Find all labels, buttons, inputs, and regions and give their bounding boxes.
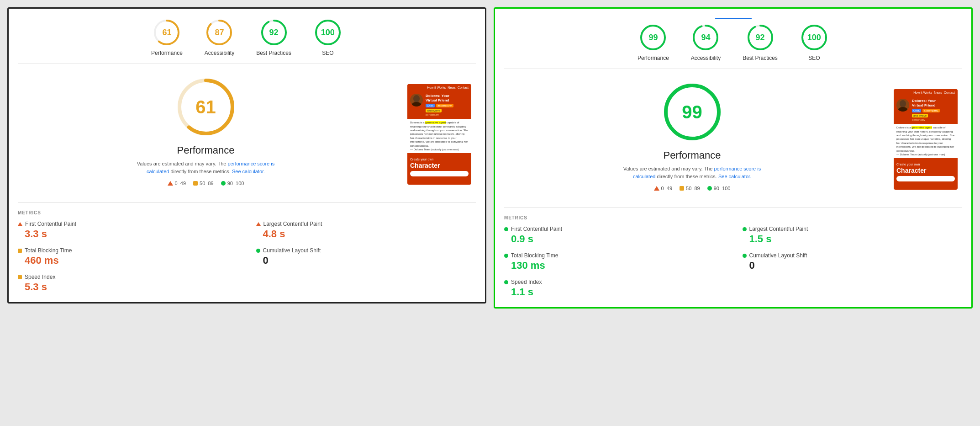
right-metric-tbt-header: Total Blocking Time <box>504 252 724 259</box>
left-thumb-hero: Dolores: YourVirtual Friend Chat, accomp… <box>407 91 471 119</box>
left-metric-fcp-header: First Contentful Paint <box>18 221 238 227</box>
left-lcp-value: 4.8 s <box>256 228 476 240</box>
right-legend-pass-range: 90–100 <box>714 186 731 191</box>
left-circle-seo: 100 <box>313 18 342 47</box>
left-main-content: 61 Performance Values are estimated and … <box>18 75 476 192</box>
right-fcp-label: First Contentful Paint <box>511 226 562 232</box>
right-si-icon <box>504 280 508 284</box>
right-metric-si-header: Speed Index <box>504 279 724 285</box>
left-score-value-accessibility: 87 <box>215 28 224 37</box>
left-thumb-cta: Chat, accompany, and evolve <box>426 104 469 112</box>
right-score-best-practices: 92 Best Practices <box>743 23 778 61</box>
right-thumb-hero: Dolores: YourVirtual Friend Chat, accomp… <box>894 96 958 124</box>
right-circle-best-practices: 92 <box>746 23 775 52</box>
right-thumb-body: Dolores is a generative agent capable of… <box>894 124 958 158</box>
left-si-icon <box>18 275 22 279</box>
left-cls-value: 0 <box>256 255 476 266</box>
left-metrics-section: METRICS First Contentful Paint 3.3 s Lar… <box>18 202 476 293</box>
left-legend-dot-icon <box>221 181 226 186</box>
right-perf-desc: Values are estimated and may vary. The p… <box>619 165 765 180</box>
right-score-value-seo: 100 <box>807 33 821 43</box>
left-thumb-nav: How it Works News Contact <box>407 84 471 91</box>
right-calculator-link[interactable]: See calculator. <box>718 174 751 179</box>
right-tbt-label: Total Blocking Time <box>511 252 558 259</box>
left-lcp-label: Largest Contentful Paint <box>263 221 322 227</box>
left-circle-performance: 61 <box>152 18 181 47</box>
right-lcp-value: 1.5 s <box>743 233 963 245</box>
left-thumb-bottom: Create your own Character <box>407 155 471 179</box>
right-metrics-section: METRICS First Contentful Paint 0.9 s Lar… <box>504 208 962 298</box>
right-score-label-accessibility: Accessibility <box>691 55 721 61</box>
right-big-score-value: 99 <box>682 102 702 122</box>
right-score-seo: 100 SEO <box>800 23 829 61</box>
right-legend-average-range: 50–89 <box>686 186 700 191</box>
left-fcp-label: First Contentful Paint <box>25 221 76 227</box>
right-score-value-best-practices: 92 <box>756 33 765 43</box>
right-panel: 99 Performance 94 Accessibility 92 <box>494 7 973 309</box>
left-cls-icon <box>256 249 260 253</box>
left-calculator-link[interactable]: See calculator. <box>232 169 265 174</box>
right-circle-performance: 99 <box>638 23 668 52</box>
left-score-value-performance: 61 <box>162 28 171 37</box>
right-metric-tbt: Total Blocking Time 130 ms <box>504 252 724 272</box>
left-score-label-best-practices: Best Practices <box>256 50 291 56</box>
right-score-value-performance: 99 <box>648 33 658 43</box>
right-metric-fcp-header: First Contentful Paint <box>504 226 724 232</box>
right-score-label-seo: SEO <box>808 55 820 61</box>
right-thumb-bottom: Create your own Character <box>894 160 958 184</box>
right-thumbnail: How it Works News Contact Dolores: YourV… <box>894 89 958 190</box>
right-perf-section: 99 Performance Values are estimated and … <box>504 80 880 197</box>
left-legend-square-icon <box>193 181 198 186</box>
right-si-value: 1.1 s <box>504 286 724 298</box>
left-metric-lcp-header: Largest Contentful Paint <box>256 221 476 227</box>
left-legend-row: 0–49 50–89 90–100 <box>168 181 244 186</box>
left-metrics-grid: First Contentful Paint 3.3 s Largest Con… <box>18 221 476 293</box>
right-cls-label: Cumulative Layout Shift <box>749 252 807 259</box>
left-metrics-title: METRICS <box>18 210 476 215</box>
right-legend-pass: 90–100 <box>707 186 731 191</box>
left-score-label-seo: SEO <box>322 50 333 56</box>
left-panel: 61 Performance 87 Accessibility 92 <box>7 7 486 304</box>
right-score-performance: 99 Performance <box>638 23 669 61</box>
right-metric-lcp: Largest Contentful Paint 1.5 s <box>743 226 963 245</box>
right-circle-accessibility: 94 <box>691 23 720 52</box>
svg-point-10 <box>413 95 420 102</box>
right-thumb-avatar <box>896 99 909 112</box>
right-score-label-best-practices: Best Practices <box>743 55 778 61</box>
left-metric-cls: Cumulative Layout Shift 0 <box>256 247 476 266</box>
left-score-performance: 61 Performance <box>151 18 183 56</box>
right-cls-value: 0 <box>743 260 963 272</box>
left-metric-tbt: Total Blocking Time 460 ms <box>18 247 238 266</box>
left-thumb-title-block: Dolores: YourVirtual Friend Chat, accomp… <box>426 94 469 116</box>
left-perf-title: Performance <box>177 144 235 156</box>
right-legend-average: 50–89 <box>680 186 700 191</box>
left-score-value-seo: 100 <box>321 28 335 37</box>
left-legend-triangle-icon <box>168 181 173 186</box>
left-legend-pass-range: 90–100 <box>227 181 244 186</box>
left-metric-si-header: Speed Index <box>18 274 238 280</box>
right-legend-fail: 0–49 <box>654 186 672 191</box>
left-perf-desc: Values are estimated and may vary. The p… <box>133 160 279 175</box>
right-perf-title: Performance <box>664 149 721 161</box>
left-metric-cls-header: Cumulative Layout Shift <box>256 247 476 254</box>
left-lcp-icon <box>256 222 261 226</box>
right-cls-icon <box>743 254 747 258</box>
left-circle-best-practices: 92 <box>259 18 289 47</box>
right-circle-seo: 100 <box>800 23 829 52</box>
right-top-progress-bar <box>715 18 752 19</box>
left-big-score-container: 61 Performance Values are estimated and … <box>18 75 394 186</box>
left-score-best-practices: 92 Best Practices <box>256 18 291 56</box>
right-metric-fcp: First Contentful Paint 0.9 s <box>504 226 724 245</box>
right-legend-dot-icon <box>707 186 712 191</box>
right-main-content: 99 Performance Values are estimated and … <box>504 80 962 197</box>
left-score-value-best-practices: 92 <box>269 28 279 37</box>
left-tbt-value: 460 ms <box>18 255 238 266</box>
left-scores-row: 61 Performance 87 Accessibility 92 <box>18 18 476 64</box>
left-score-label-performance: Performance <box>151 50 183 56</box>
left-cls-label: Cumulative Layout Shift <box>263 247 321 254</box>
right-si-label: Speed Index <box>511 279 542 285</box>
right-legend-square-icon <box>680 186 684 191</box>
left-thumbnail: How it Works News Contact Dolores: YourV… <box>407 84 471 185</box>
right-lcp-label: Largest Contentful Paint <box>749 226 808 232</box>
right-score-label-performance: Performance <box>638 55 669 61</box>
